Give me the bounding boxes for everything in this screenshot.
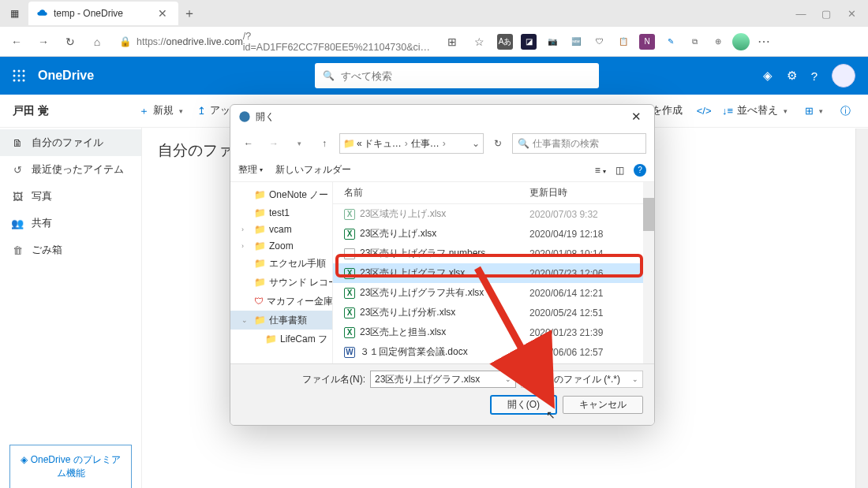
app-launcher-icon[interactable] — [0, 57, 38, 95]
forward-icon[interactable]: → — [264, 133, 284, 154]
edge-icon — [238, 110, 251, 123]
nav-photos[interactable]: 🖼写真 — [0, 183, 141, 210]
onedrive-header: OneDrive 🔍 ◈ ⚙ ? — [0, 57, 868, 95]
ext-icon-8[interactable]: ✎ — [663, 34, 679, 50]
refresh-icon[interactable]: ↻ — [488, 138, 507, 149]
chevron-down-icon[interactable]: ⌄ — [472, 138, 480, 149]
view-list-icon[interactable]: ≡ ▾ — [595, 165, 606, 176]
search-box[interactable]: 🔍 — [315, 63, 599, 88]
ext-onenote-icon[interactable]: N — [639, 34, 655, 50]
tree-item[interactable]: 📁エクセル手順 — [230, 254, 332, 273]
nav-recycle[interactable]: 🗑ごみ箱 — [0, 237, 141, 263]
info-icon[interactable]: ⓘ — [834, 101, 857, 121]
tree-item[interactable]: ›📁vcam — [230, 221, 332, 237]
close-tab-icon[interactable]: ✕ — [155, 7, 170, 20]
ext-camera-icon[interactable]: 📷 — [544, 34, 560, 50]
maximize-icon[interactable]: ▢ — [821, 8, 832, 20]
nav-myfiles[interactable]: 🗎自分のファイル — [0, 129, 141, 156]
file-row[interactable]: X23区売り上げグラフ.xlsx2020/07/23 12:06 — [333, 263, 654, 283]
organize-button[interactable]: 整理 ▾ — [238, 163, 263, 177]
cancel-button[interactable]: キャンセル — [563, 396, 643, 414]
file-row[interactable]: 23区売り上げグラフ.numbers2020/01/08 10:14 — [333, 244, 654, 263]
preview-pane-icon[interactable]: ◫ — [615, 165, 624, 176]
browser-tab[interactable]: temp - OneDrive ✕ — [28, 2, 178, 25]
close-window-icon[interactable]: ✕ — [846, 8, 857, 20]
dialog-search[interactable]: 🔍 仕事書類の検索 — [512, 133, 646, 154]
ext-icon-5[interactable]: 🛡 — [592, 34, 608, 50]
tree-item[interactable]: ⌄📁仕事書類 — [230, 311, 332, 330]
ext-icon-6[interactable]: 📋 — [615, 34, 631, 50]
reader-icon[interactable]: ⊞ — [440, 30, 464, 54]
new-tab-button[interactable]: ＋ — [178, 6, 200, 22]
back-icon[interactable]: ← — [5, 30, 28, 54]
forward-icon[interactable]: → — [32, 30, 55, 54]
onedrive-brand[interactable]: OneDrive — [38, 69, 94, 83]
folder-icon: 📁 — [254, 240, 266, 251]
dialog-title: 開く — [256, 110, 275, 124]
recycle-icon: 🗑 — [11, 244, 24, 256]
path-crumb[interactable]: 📁 « ドキュ…› 仕事…› ⌄ — [339, 133, 484, 154]
sort-button[interactable]: ↓≡並べ替え▾ — [716, 101, 794, 121]
folder-icon: 📁 — [254, 189, 266, 200]
col-name[interactable]: 名前 — [344, 186, 529, 199]
view-button[interactable]: ⊞▾ — [799, 102, 829, 120]
close-dialog-icon[interactable]: ✕ — [627, 108, 646, 125]
profile-avatar[interactable] — [732, 33, 750, 50]
user-avatar[interactable] — [832, 64, 855, 88]
help-icon[interactable]: ? — [811, 69, 817, 83]
list-scrollbar[interactable] — [643, 182, 654, 363]
new-button[interactable]: ＋新規▾ — [133, 101, 189, 121]
tab-actions-icon[interactable]: ▦ — [5, 4, 24, 23]
folder-icon: 📁 — [254, 258, 266, 269]
nav-recent[interactable]: ↺最近使ったアイテム — [0, 156, 141, 183]
file-row[interactable]: X23区域売り上げ.xlsx2020/07/03 9:32 — [333, 204, 654, 224]
refresh-icon[interactable]: ↻ — [58, 30, 82, 54]
menu-icon[interactable]: ⋯ — [753, 34, 775, 49]
back-icon[interactable]: ← — [238, 133, 259, 154]
tree-item[interactable]: 🛡マカフィー金庫 — [230, 292, 332, 311]
file-row[interactable]: X23区売上と担当.xlsx2020/01/23 21:39 — [333, 322, 654, 342]
history-drop-icon[interactable]: ▾ — [289, 133, 309, 154]
shared-icon: 👥 — [11, 218, 24, 229]
help-icon[interactable]: ? — [634, 164, 646, 177]
address-bar[interactable]: 🔒 https://onedrive.live.com/?id=AD1FF62C… — [112, 31, 437, 53]
premium-icon[interactable]: ◈ — [763, 69, 773, 83]
tree-item[interactable]: 📁LifeCam フ — [230, 330, 332, 348]
ext-collections-icon[interactable]: ⧉ — [687, 34, 702, 50]
filetype-select[interactable]: すべてのファイル (*.*)⌄ — [521, 371, 643, 388]
file-row[interactable]: X23区売り上げ.xlsx2020/04/19 12:18 — [333, 224, 654, 244]
tree-item[interactable]: ›📁Zoom — [230, 237, 332, 254]
browser-titlebar: ▦ temp - OneDrive ✕ ＋ — ▢ ✕ — [0, 0, 868, 27]
embed-button[interactable]: </>埋め込み — [690, 101, 716, 121]
excel-icon: X — [344, 229, 355, 240]
ext-translate-icon[interactable]: Aあ — [497, 34, 513, 50]
svg-point-5 — [23, 75, 25, 77]
search-input[interactable] — [341, 70, 591, 82]
file-row[interactable]: X23区売り上げ分析.xlsx2020/05/24 12:51 — [333, 303, 654, 322]
chevron-down-icon[interactable]: ⌄ — [505, 375, 511, 383]
page-scrollbar[interactable] — [855, 129, 868, 488]
files-icon: 🗎 — [11, 137, 24, 149]
nav-shared[interactable]: 👥共有 — [0, 210, 141, 237]
ext-icon-4[interactable]: 🆕 — [568, 34, 584, 50]
file-row[interactable]: W３１回定例営業会議.docx2018/06/06 12:57 — [333, 342, 654, 362]
excel-icon: X — [344, 327, 355, 338]
file-row[interactable]: X23区売り上げグラフ共有.xlsx2020/06/14 12:21 — [333, 283, 654, 303]
col-date[interactable]: 更新日時 — [529, 186, 567, 199]
minimize-icon[interactable]: — — [795, 8, 806, 20]
tree-item[interactable]: 📁test1 — [230, 204, 332, 221]
filename-input[interactable]: 23区売り上げグラフ.xlsx⌄ — [370, 371, 516, 388]
up-icon[interactable]: ↑ — [314, 133, 335, 154]
favorite-icon[interactable]: ☆ — [467, 30, 491, 54]
tree-item[interactable]: 📁OneNote ノー — [230, 185, 332, 204]
chevron-down-icon[interactable]: ⌄ — [632, 375, 638, 383]
ext-icon-10[interactable]: ⊕ — [710, 34, 726, 50]
settings-icon[interactable]: ⚙ — [787, 69, 797, 83]
ext-icon-2[interactable]: ◪ — [521, 34, 537, 50]
premium-promo[interactable]: ◈ OneDrive のプレミアム機能 — [9, 445, 132, 488]
svg-point-1 — [18, 70, 21, 73]
tree-item[interactable]: 📁サウンド レコー — [230, 273, 332, 292]
new-folder-button[interactable]: 新しいフォルダー — [275, 163, 351, 177]
home-icon[interactable]: ⌂ — [85, 30, 109, 54]
user-name: 戸田 覚 — [0, 104, 133, 118]
